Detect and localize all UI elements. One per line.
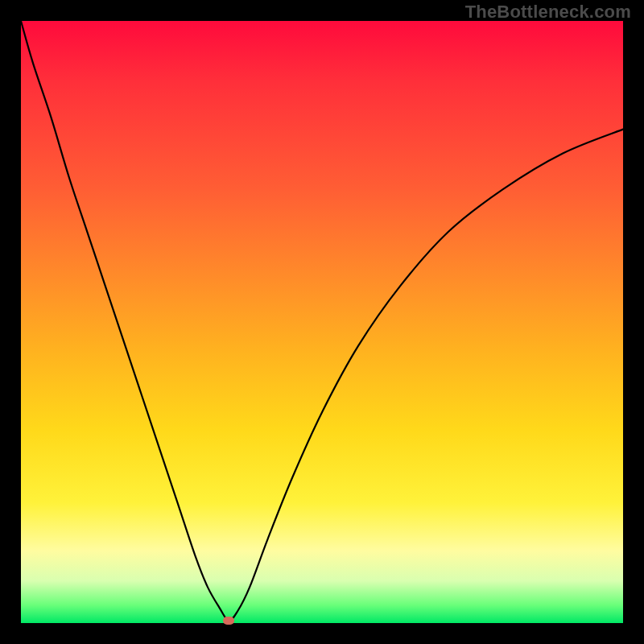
minimum-marker — [223, 617, 234, 625]
bottleneck-curve — [21, 21, 623, 621]
chart-frame: TheBottleneck.com — [0, 0, 644, 644]
curve-svg — [21, 21, 623, 623]
watermark-text: TheBottleneck.com — [465, 2, 631, 23]
plot-area — [21, 21, 623, 623]
